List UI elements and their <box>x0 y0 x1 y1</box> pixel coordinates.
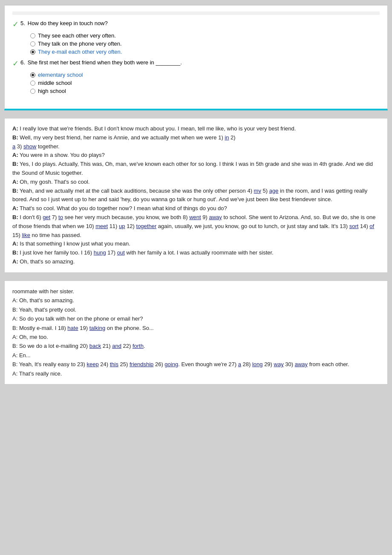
check-icon-q6: ✓ <box>12 59 19 68</box>
q5-option-1: They see each other very often. <box>30 32 380 39</box>
q6-option-1-label: elementary school <box>38 72 83 78</box>
transcript-line-b5: B: I just love her family too. I 16) hun… <box>12 249 380 257</box>
quiz-card: ✓ 5. How do they keep in touch now? They… <box>4 4 388 110</box>
q5-options: They see each other very often. They tal… <box>30 32 380 55</box>
radio-q5-2[interactable] <box>30 41 35 46</box>
radio-q6-2[interactable] <box>30 81 35 86</box>
q6-option-3-label: high school <box>38 88 66 94</box>
q5-option-2: They talk on the phone very often. <box>30 40 380 47</box>
question-5-row: ✓ 5. How do they keep in touch now? <box>12 20 380 29</box>
radio-q5-3[interactable] <box>30 49 35 55</box>
tc2-line-a4: A: En... <box>12 351 380 360</box>
question-6-row: ✓ 6. She first met her best friend when … <box>12 59 380 68</box>
radio-q6-1[interactable] <box>30 72 35 78</box>
check-icon-q5: ✓ <box>12 20 19 29</box>
tc2-line-a5: A: That's really nice. <box>12 369 380 378</box>
q6-option-2: middle school <box>30 80 380 86</box>
q6-options: elementary school middle school high sch… <box>30 72 380 94</box>
transcript-line-a3: A: Oh, my gosh. That's so cool. <box>12 178 380 187</box>
transcript-line-a1: A: I really love that we're friends. But… <box>12 124 380 133</box>
transcript-line-b2: B: Yes, I do plays. Actually, This was, … <box>12 160 380 178</box>
transcript-line-b3: B: Yeah, and we actually met at the call… <box>12 187 380 205</box>
transcript-card-2: roommate with her sister. A: Oh, that's … <box>4 280 388 384</box>
q6-option-3: high school <box>30 88 380 94</box>
transcript-line-a6: A: Oh, that's so amazing. <box>12 257 380 266</box>
transcript-line-b4: B: I don't 6) get 7) to see her very muc… <box>12 213 380 240</box>
q6-text: She first met her best friend when they … <box>28 59 182 66</box>
q6-option-2-label: middle school <box>38 80 72 86</box>
tc2-line-b4: B: Yeah, It's really easy to 23) keep 24… <box>12 360 380 369</box>
q6-num: 6. <box>20 59 25 66</box>
radio-q5-1[interactable] <box>30 33 35 38</box>
tc2-line-a1: A: Oh, that's so amazing. <box>12 296 380 305</box>
q5-option-1-label: They see each other very often. <box>38 32 116 39</box>
q5-option-3: They e-mail each other very often. <box>30 49 380 55</box>
tc2-line-b2: B: Mostly e-mail. I 18) hate 19) talking… <box>12 324 380 332</box>
q5-option-2-label: They talk on the phone very often. <box>38 40 122 47</box>
tc2-line-a3: A: Oh, me too. <box>12 332 380 341</box>
transcript-line-b1: B: Well, my very best friend, her name i… <box>12 133 380 151</box>
tc2-line-b3: B: So we do a lot e-mailing 20) back 21)… <box>12 341 380 350</box>
tc2-line-b1: B: Yeah, that's pretty cool. <box>12 305 380 314</box>
q6-option-1: elementary school <box>30 72 380 78</box>
tc2-line-a2: A: So do you talk with her on the phone … <box>12 314 380 323</box>
transcript-line-a2: A: You were in a show. You do plays? <box>12 151 380 160</box>
tc2-line-plain: roommate with her sister. <box>12 287 380 296</box>
transcript-line-a5: A: Is that something I know just what yo… <box>12 240 380 249</box>
radio-q6-3[interactable] <box>30 89 35 94</box>
q5-option-3-label: They e-mail each other very often. <box>38 49 122 55</box>
transcript-card-1: A: I really love that we're friends. But… <box>4 118 388 273</box>
transcript-line-a4: A: That's so cool. What do you do togeth… <box>12 204 380 213</box>
q5-text: How do they keep in touch now? <box>28 20 108 26</box>
q5-num: 5. <box>20 20 25 26</box>
